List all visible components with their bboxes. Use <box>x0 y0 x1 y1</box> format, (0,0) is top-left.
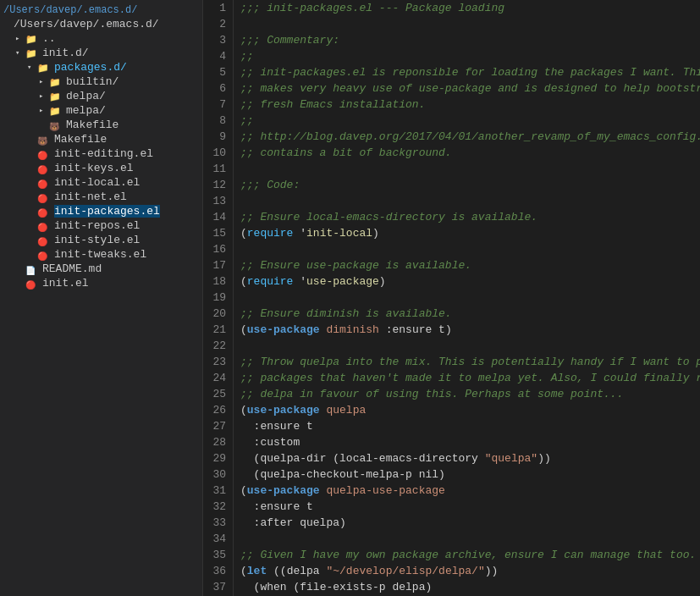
string-token: "quelpa" <box>485 452 537 465</box>
line-number: 35 <box>207 547 226 563</box>
line-number: 37 <box>207 579 226 595</box>
use-package-token: use-package <box>247 484 320 497</box>
paren-token: ( <box>240 323 247 336</box>
comment-token: ;; packages that haven't made it to melp… <box>240 372 700 384</box>
line-number: 2 <box>207 16 226 32</box>
sidebar-item-packages-d[interactable]: packages.d/ <box>0 60 202 74</box>
comment-token: ;; <box>240 50 254 63</box>
code-line <box>240 161 693 177</box>
code-line: :ensure t <box>240 418 693 434</box>
sidebar-label-makefile-i: Makefile <box>54 133 107 146</box>
line-number: 31 <box>207 483 226 499</box>
sidebar-label-init-packages: init-packages.el <box>54 205 160 218</box>
paren-token: ( <box>240 227 247 240</box>
el-file-icon <box>37 235 51 246</box>
line-number: 23 <box>207 354 226 370</box>
sidebar: /Users/davep/.emacs.d//Users/davep/.emac… <box>0 0 203 596</box>
line-number: 12 <box>207 177 226 193</box>
sidebar-label-packages-d: packages.d/ <box>54 61 127 74</box>
paren-token: ) <box>438 468 445 481</box>
use-package-token: use-package <box>247 404 320 417</box>
arrow-closed <box>39 77 49 86</box>
code-line: ;; Ensure use-package is available. <box>240 257 693 273</box>
comment-token: ;; <box>240 114 254 127</box>
code-content[interactable]: ;;; init-packages.el --- Package loading… <box>234 0 700 596</box>
line-number: 16 <box>207 241 226 257</box>
code-line: ;;; init-packages.el --- Package loading <box>240 0 693 16</box>
paren-token: ) <box>544 452 551 465</box>
sidebar-label-melpa: melpa/ <box>66 104 106 117</box>
paren-token: ) <box>537 452 544 465</box>
arrow-closed <box>39 91 49 101</box>
sidebar-item-makefile-i[interactable]: Makefile <box>0 132 202 146</box>
code-line: ;; Throw quelpa into the mix. This is po… <box>240 354 693 370</box>
line-number: 9 <box>207 129 226 145</box>
line-number: 1 <box>207 0 226 16</box>
code-line <box>240 193 693 209</box>
symbol-token: init-local <box>306 227 372 240</box>
sidebar-label-init-el: init.el <box>42 277 89 290</box>
plain-token <box>240 581 254 593</box>
line-number: 32 <box>207 499 226 515</box>
sidebar-item-init-packages[interactable]: init-packages.el <box>0 204 202 218</box>
code-line <box>240 290 693 306</box>
symbol-token: use-package <box>306 275 379 288</box>
el-file-icon <box>37 192 51 202</box>
line-number: 7 <box>207 97 226 113</box>
paren-token: )) <box>485 565 499 577</box>
paren-token: ) <box>379 275 386 288</box>
require-token: require <box>247 275 294 288</box>
paren-token: ( <box>240 565 247 577</box>
sidebar-item-builtin[interactable]: builtin/ <box>0 74 202 89</box>
code-line: (use-package quelpa <box>240 402 693 418</box>
code-line: (when (file-exists-p delpa) <box>240 579 693 595</box>
paren-token: ) <box>425 581 432 593</box>
sidebar-item-init-style[interactable]: init-style.el <box>0 233 202 247</box>
line-number: 21 <box>207 322 226 338</box>
line-number: 19 <box>207 290 226 306</box>
comment-token: ;; delpa in favour of using this. Perhap… <box>240 388 623 400</box>
sidebar-item-init-editing[interactable]: init-editing.el <box>0 146 202 161</box>
sidebar-item-init-el[interactable]: init.el <box>0 276 202 290</box>
sidebar-item-init-net[interactable]: init-net.el <box>0 190 202 204</box>
code-line: ;;; Commentary: <box>240 32 693 48</box>
code-line: (require 'init-local) <box>240 225 693 241</box>
line-numbers: 1234567891011121314151617181920212223242… <box>203 0 234 596</box>
code-line: ;; http://blog.davep.org/2017/04/01/anot… <box>240 129 693 145</box>
sidebar-item-init-keys[interactable]: init-keys.el <box>0 161 202 175</box>
code-line: ;; <box>240 48 693 64</box>
package-name-token: diminish <box>326 323 378 336</box>
sidebar-item-init-tweaks[interactable]: init-tweaks.el <box>0 247 202 262</box>
plain-token <box>240 452 254 465</box>
sidebar-label-init-style: init-style.el <box>54 234 140 246</box>
sidebar-item-melpa[interactable]: melpa/ <box>0 103 202 118</box>
line-number: 13 <box>207 193 226 209</box>
plain-token <box>267 565 273 577</box>
sidebar-item-init-local[interactable]: init-local.el <box>0 175 202 190</box>
sidebar-item-readme[interactable]: README.md <box>0 262 202 276</box>
comment-token: ;; makes very heavy use of use-package a… <box>240 82 700 95</box>
el-file-icon <box>37 178 51 188</box>
comment-token: ;; Ensure diminish is available. <box>240 307 452 320</box>
sidebar-item-init-repos[interactable]: init-repos.el <box>0 218 202 233</box>
makefile-icon <box>49 120 63 130</box>
sidebar-label-init-net: init-net.el <box>54 190 127 203</box>
paren-token: ) <box>339 516 346 529</box>
sidebar-item-root[interactable]: /Users/davep/.emacs.d/ <box>0 17 202 31</box>
line-number: 26 <box>207 402 226 418</box>
sidebar-item-up[interactable]: .. <box>0 31 202 46</box>
line-number: 33 <box>207 515 226 531</box>
code-line: ;; contains a bit of background. <box>240 145 693 161</box>
sidebar-label-init-repos: init-repos.el <box>54 219 140 232</box>
sidebar-item-makefile-p[interactable]: Makefile <box>0 118 202 132</box>
plain-token: :ensure t <box>240 420 313 433</box>
code-line <box>240 241 693 257</box>
sidebar-label-makefile-p: Makefile <box>66 119 119 131</box>
el-file-icon <box>37 221 51 231</box>
sidebar-item-init-d[interactable]: init.d/ <box>0 46 202 60</box>
sidebar-item-delpa[interactable]: delpa/ <box>0 89 202 103</box>
plain-token: local-emacs-directory <box>339 452 485 465</box>
arrow-open <box>27 63 37 72</box>
plain-token: ' <box>293 275 306 288</box>
code-line <box>240 338 693 354</box>
